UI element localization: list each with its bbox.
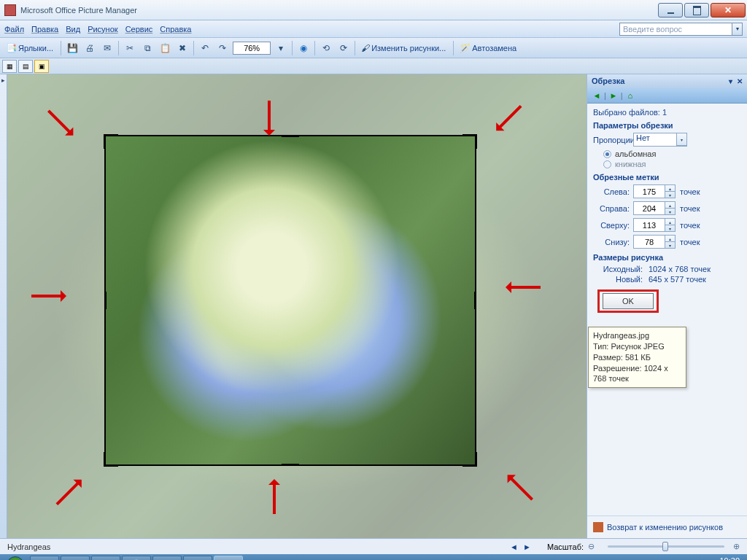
- crop-handle-bottom-left[interactable]: [104, 452, 118, 467]
- shortcuts-button[interactable]: 📑 Ярлыки...: [3, 40, 58, 56]
- panel-menu-icon[interactable]: ▾: [729, 77, 732, 85]
- taskbar-picture-manager-icon[interactable]: 🖼: [214, 556, 243, 560]
- crop-handle-left[interactable]: [104, 292, 107, 309]
- crop-panel: Обрезка ▾ ✕ ◄ | ► | ⌂ Выбрано файлов: 1 …: [587, 74, 747, 538]
- taskbar-chrome-icon[interactable]: ◉: [152, 556, 182, 560]
- help-dropdown[interactable]: [732, 23, 743, 36]
- thumbnail-view-tab[interactable]: ▦: [2, 60, 17, 73]
- zoom-knob[interactable]: [662, 542, 668, 551]
- crop-handle-top-right[interactable]: [462, 134, 477, 149]
- help-icon[interactable]: ◉: [295, 40, 311, 56]
- mail-icon[interactable]: ✉: [99, 40, 115, 56]
- crop-right-input[interactable]: [633, 201, 665, 215]
- files-selected: Выбрано файлов: 1: [593, 108, 741, 117]
- maximize-button[interactable]: [684, 3, 709, 18]
- window-titlebar: Microsoft Office Picture Manager: [0, 0, 747, 20]
- zoom-input[interactable]: [233, 42, 271, 55]
- crop-bottom-spinner[interactable]: ▴▾: [665, 235, 676, 249]
- nav-forward-icon[interactable]: ►: [606, 89, 621, 102]
- menu-help[interactable]: Справка: [160, 25, 191, 34]
- zoom-slider[interactable]: [608, 545, 724, 548]
- image-canvas[interactable]: [7, 74, 587, 538]
- picture-nav: ◄ ►: [508, 542, 533, 551]
- crop-right-spinner[interactable]: ▴▾: [665, 201, 676, 215]
- menu-edit[interactable]: Правка: [31, 25, 58, 34]
- panel-nav: ◄ | ► | ⌂: [587, 88, 747, 104]
- auto-correct-button[interactable]: 🪄 Автозамена: [457, 40, 521, 56]
- cut-icon[interactable]: ✂: [122, 40, 138, 56]
- taskbar-media-icon[interactable]: ▶: [61, 556, 90, 560]
- menu-bar: Файл Правка Вид Рисунок Сервис Справка В…: [0, 20, 747, 38]
- tooltip-size: Размер: 581 КБ: [593, 352, 681, 363]
- panel-close-icon[interactable]: ✕: [737, 77, 743, 85]
- taskbar-steam-icon[interactable]: ◎: [91, 556, 120, 560]
- zoom-in-icon[interactable]: ⊕: [733, 542, 740, 551]
- ok-button[interactable]: OK: [603, 293, 654, 309]
- prev-picture-icon[interactable]: ◄: [510, 542, 518, 551]
- crop-selection[interactable]: [106, 136, 475, 464]
- orientation-landscape-radio[interactable]: альбомная: [603, 149, 741, 158]
- filmstrip-view-tab[interactable]: ▤: [18, 60, 33, 73]
- edit-pictures-button[interactable]: 🖌 Изменить рисунки...: [358, 40, 450, 56]
- rotate-left-icon[interactable]: ⟲: [318, 40, 334, 56]
- proportion-label: Пропорции:: [593, 136, 630, 144]
- proportion-dropdown[interactable]: ▾: [677, 133, 687, 147]
- file-tooltip: Hydrangeas.jpg Тип: Рисунок JPEG Размер:…: [588, 327, 686, 388]
- crop-handle-top-left[interactable]: [104, 134, 118, 149]
- return-icon: [593, 522, 603, 532]
- windows-taskbar: 📁 ▶ ◎ Ⓢ ◉ 🎨 🖼 RU ▴ ▮ ⚑ 🔊 19:3030.06.2012: [0, 554, 747, 560]
- crop-handle-bottom[interactable]: [282, 464, 299, 466]
- print-icon[interactable]: 🖨: [82, 40, 98, 56]
- save-icon[interactable]: 💾: [64, 40, 80, 56]
- orientation-portrait-radio[interactable]: книжная: [603, 160, 741, 168]
- return-to-editing-link[interactable]: Возврат к изменению рисунков: [587, 516, 747, 538]
- zoom-label: Масштаб:: [547, 542, 584, 551]
- menu-view[interactable]: Вид: [66, 25, 80, 34]
- zoom-out-icon[interactable]: ⊖: [588, 542, 595, 551]
- crop-top-spinner[interactable]: ▴▾: [665, 218, 676, 232]
- left-collapse-strip[interactable]: ▸: [0, 74, 7, 538]
- taskbar-explorer-icon[interactable]: 📁: [30, 556, 59, 560]
- start-button[interactable]: [1, 556, 29, 560]
- view-tabs: ▦ ▤ ▣: [0, 58, 747, 74]
- undo-icon[interactable]: ↶: [197, 40, 213, 56]
- tooltip-filename: Hydrangeas.jpg: [593, 330, 681, 341]
- nav-home-icon[interactable]: ⌂: [623, 89, 638, 102]
- zoom-dropdown[interactable]: ▾: [273, 40, 289, 56]
- status-filename: Hydrangeas: [7, 542, 50, 551]
- rotate-right-icon[interactable]: ⟳: [336, 40, 352, 56]
- crop-handle-top[interactable]: [282, 135, 299, 137]
- single-view-tab[interactable]: ▣: [34, 60, 49, 73]
- minimize-button[interactable]: [658, 3, 683, 18]
- next-picture-icon[interactable]: ►: [523, 542, 531, 551]
- section-crop-params: Параметры обрезки: [593, 121, 741, 130]
- windows-orb-icon: [7, 556, 24, 560]
- menu-tools[interactable]: Сервис: [125, 25, 153, 34]
- status-bar: Hydrangeas ◄ ► Масштаб: ⊖ ⊕: [0, 538, 747, 554]
- ok-highlight-annotation: OK: [597, 289, 659, 313]
- delete-icon[interactable]: ✖: [174, 40, 190, 56]
- system-tray: RU ▴ ▮ ⚑ 🔊 19:3030.06.2012: [640, 556, 746, 560]
- copy-icon[interactable]: ⧉: [139, 40, 155, 56]
- proportion-select[interactable]: Нет: [633, 133, 677, 147]
- toolbar: 📑 Ярлыки... 💾 🖨 ✉ ✂ ⧉ 📋 ✖ ↶ ↷ ▾ ◉ ⟲ ⟳ 🖌 …: [0, 38, 747, 58]
- tooltip-type: Тип: Рисунок JPEG: [593, 341, 681, 352]
- crop-top-input[interactable]: [633, 218, 665, 232]
- redo-icon[interactable]: ↷: [214, 40, 231, 56]
- crop-handle-bottom-right[interactable]: [462, 452, 477, 467]
- taskbar-skype-icon[interactable]: Ⓢ: [122, 556, 151, 560]
- section-crop-marks: Обрезные метки: [593, 173, 741, 182]
- crop-bottom-input[interactable]: [633, 235, 665, 249]
- menu-file[interactable]: Файл: [4, 25, 24, 34]
- nav-back-icon[interactable]: ◄: [589, 89, 604, 102]
- section-image-size: Размеры рисунка: [593, 253, 741, 262]
- tray-clock[interactable]: 19:3030.06.2012: [700, 556, 740, 560]
- taskbar-paint-icon[interactable]: 🎨: [183, 556, 212, 560]
- crop-left-spinner[interactable]: ▴▾: [665, 184, 676, 198]
- menu-picture[interactable]: Рисунок: [88, 25, 118, 34]
- crop-handle-right[interactable]: [474, 292, 476, 309]
- paste-icon[interactable]: 📋: [157, 40, 173, 56]
- crop-left-input[interactable]: [633, 184, 665, 198]
- help-search-input[interactable]: Введите вопрос: [619, 23, 732, 36]
- close-button[interactable]: [711, 3, 746, 18]
